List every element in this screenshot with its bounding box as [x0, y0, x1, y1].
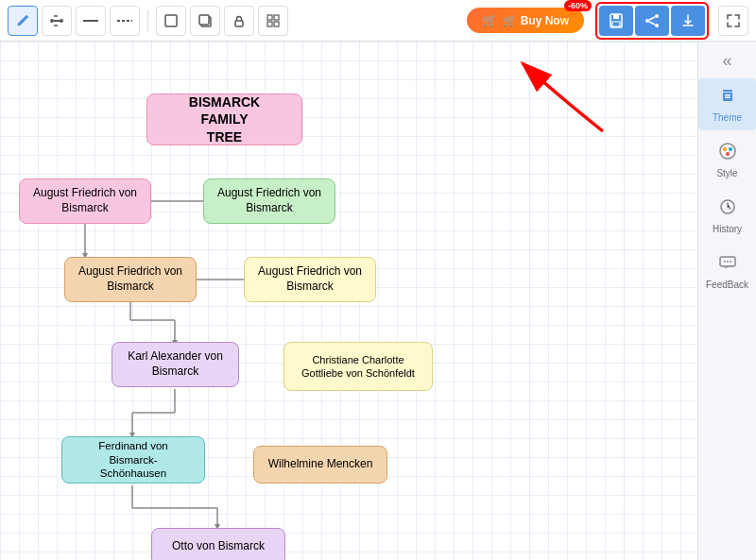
svg-point-46	[724, 261, 726, 263]
sidebar-item-history[interactable]: History	[698, 190, 756, 242]
svg-point-42	[729, 147, 732, 151]
svg-rect-12	[274, 22, 279, 26]
title-node[interactable]: BISMARCK FAMILY TREE	[146, 93, 302, 145]
feedback-icon	[718, 253, 737, 277]
save-button[interactable]	[599, 6, 633, 36]
node-august-2[interactable]: August Friedrich von Bismarck	[203, 178, 335, 224]
style-label: Style	[716, 168, 737, 178]
svg-point-47	[727, 261, 729, 263]
node-august-4[interactable]: August Friedrich von Bismarck	[244, 257, 376, 302]
buy-now-label: 🛒 Buy Now	[503, 14, 569, 27]
pencil-tool[interactable]	[8, 6, 38, 36]
connect-tool[interactable]	[42, 6, 72, 36]
sidebar-item-style[interactable]: Style	[698, 134, 756, 186]
svg-line-20	[649, 22, 655, 25]
toolbar: 🛒 🛒 Buy Now -60%	[0, 0, 756, 42]
sidebar-item-feedback[interactable]: FeedBack	[698, 246, 756, 297]
history-label: History	[713, 224, 742, 234]
node-august-1[interactable]: August Friedrich von Bismarck	[19, 178, 151, 224]
share-button[interactable]	[635, 6, 669, 36]
history-icon	[718, 197, 737, 221]
buy-now-button[interactable]: 🛒 🛒 Buy Now -60%	[467, 8, 584, 33]
download-button[interactable]	[671, 6, 705, 36]
right-sidebar: « Theme Style History FeedBack	[697, 42, 756, 560]
svg-point-40	[720, 144, 735, 159]
svg-point-41	[723, 147, 727, 151]
dashed-line-tool[interactable]	[110, 6, 140, 36]
svg-rect-38	[725, 94, 730, 96]
svg-rect-39	[725, 97, 730, 99]
solid-line-tool[interactable]	[76, 6, 106, 36]
select-tool[interactable]	[156, 6, 186, 36]
cart-icon: 🛒	[482, 13, 497, 27]
node-karl[interactable]: Karl Alexander von Bismarck	[112, 342, 239, 387]
node-wilhelmine[interactable]: Wilhelmine Mencken	[253, 446, 387, 484]
discount-badge: -60%	[564, 0, 592, 11]
svg-point-43	[726, 152, 730, 156]
svg-point-1	[60, 19, 63, 23]
svg-point-17	[645, 19, 649, 23]
red-arrow-annotation	[508, 56, 631, 141]
svg-point-18	[655, 24, 659, 27]
svg-point-48	[730, 261, 731, 263]
node-christiane[interactable]: Christiane Charlotte Gottliebe von Schön…	[284, 342, 433, 391]
svg-point-0	[50, 19, 54, 23]
node-ferdinand[interactable]: Ferdinand von Bismarck- Schönhausen	[61, 436, 205, 484]
node-otto[interactable]: Otto von Bismarck	[151, 528, 285, 560]
grid-tool[interactable]	[258, 6, 288, 36]
svg-rect-5	[165, 15, 177, 26]
main-area: BISMARCK FAMILY TREE August Friedrich vo…	[0, 42, 756, 560]
svg-point-16	[655, 14, 659, 18]
svg-rect-14	[613, 14, 619, 19]
lock-tool[interactable]	[224, 6, 254, 36]
svg-rect-2	[54, 20, 60, 22]
svg-rect-9	[267, 15, 272, 20]
sidebar-collapse-button[interactable]: «	[698, 45, 756, 76]
svg-rect-15	[612, 22, 620, 26]
collapse-icon: «	[722, 51, 731, 71]
feedback-label: FeedBack	[706, 280, 748, 290]
sidebar-item-theme[interactable]: Theme	[698, 78, 756, 130]
action-buttons-group	[595, 2, 709, 40]
fullscreen-button[interactable]	[718, 6, 748, 36]
canvas[interactable]: BISMARCK FAMILY TREE August Friedrich vo…	[0, 42, 697, 560]
style-icon	[718, 142, 737, 165]
svg-rect-8	[235, 21, 243, 26]
svg-rect-7	[199, 15, 209, 25]
node-august-3[interactable]: August Friedrich von Bismarck	[64, 257, 197, 302]
svg-rect-10	[274, 15, 279, 20]
copy-tool[interactable]	[190, 6, 220, 36]
theme-icon	[718, 86, 737, 110]
separator-1	[147, 9, 148, 32]
theme-label: Theme	[713, 112, 742, 123]
svg-line-19	[649, 17, 655, 20]
svg-rect-11	[267, 22, 272, 26]
